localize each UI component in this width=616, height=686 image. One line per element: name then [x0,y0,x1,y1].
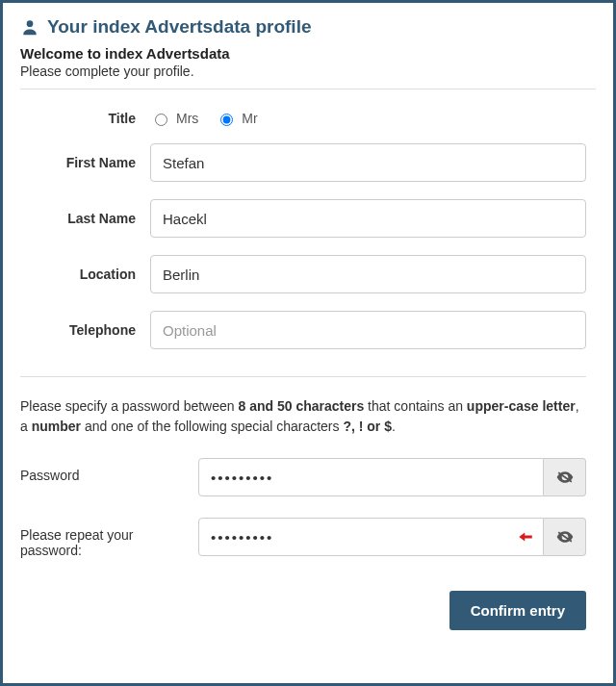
page-title: Your index Advertsdata profile [47,16,312,38]
row-first-name: First Name [20,143,586,182]
divider [20,89,596,89]
page-header: Your index Advertsdata profile [20,16,596,38]
label-location: Location [20,267,150,282]
welcome-subtitle: Please complete your profile. [20,64,596,79]
location-input[interactable] [150,255,586,293]
password-input[interactable] [198,458,544,496]
key-icon [517,528,534,546]
eye-off-icon [555,527,575,546]
person-icon [20,17,39,37]
form-footer: Confirm entry [20,591,586,630]
label-password-repeat: Please repeat your password: [20,518,198,558]
radio-mr-input[interactable] [220,114,233,126]
label-password: Password [20,458,198,483]
radio-mrs-input[interactable] [155,114,167,126]
label-title: Title [20,111,150,126]
label-telephone: Telephone [20,322,150,338]
row-password: Password [20,458,586,496]
label-last-name: Last Name [20,211,150,226]
radio-mrs-label: Mrs [176,111,198,126]
last-name-input[interactable] [150,199,586,238]
row-location: Location [20,255,586,293]
radio-mrs[interactable]: Mrs [150,111,198,126]
toggle-password-visibility-button[interactable] [544,458,586,496]
eye-off-icon [555,468,575,487]
row-last-name: Last Name [20,199,586,238]
radio-mr-label: Mr [242,111,257,126]
radio-mr[interactable]: Mr [216,111,257,126]
divider-2 [20,376,586,377]
first-name-input[interactable] [150,143,586,182]
svg-point-0 [27,20,34,27]
telephone-input[interactable] [150,311,586,349]
row-title: Title Mrs Mr [20,111,586,126]
label-first-name: First Name [20,155,150,170]
toggle-password-repeat-visibility-button[interactable] [544,518,586,556]
welcome-heading: Welcome to index Advertsdata [20,45,596,62]
row-password-repeat: Please repeat your password: [20,518,586,558]
confirm-entry-button[interactable]: Confirm entry [449,591,586,630]
password-hint: Please specify a password between 8 and … [20,396,586,437]
row-telephone: Telephone [20,311,586,349]
password-repeat-input[interactable] [198,518,544,556]
profile-form-frame: Your index Advertsdata profile Welcome t… [0,0,616,686]
